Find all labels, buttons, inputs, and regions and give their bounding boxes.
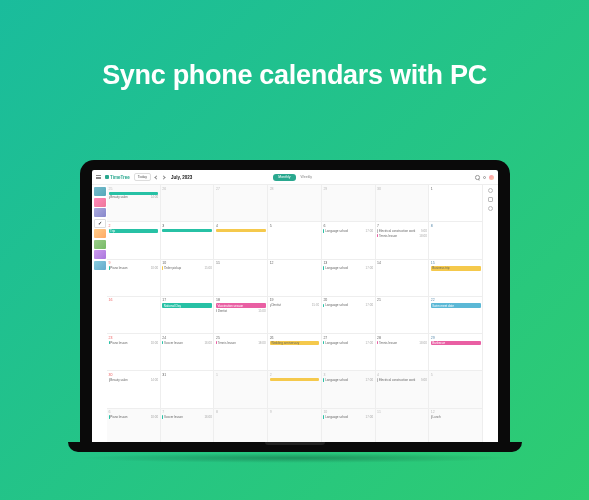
day-cell[interactable]: 25Tennis lesson18:00 bbox=[214, 334, 268, 370]
event-chip[interactable]: Business trip bbox=[431, 266, 481, 271]
day-cell[interactable]: 7Soccer lesson16:00 bbox=[161, 409, 215, 445]
day-cell[interactable]: 18Vaccination seasonDentist15:00 bbox=[214, 297, 268, 333]
event-chip[interactable] bbox=[216, 229, 266, 232]
event-chip[interactable]: Trip bbox=[109, 229, 159, 234]
day-cell[interactable]: 30Beauty salon14:00 bbox=[107, 371, 161, 407]
day-cell[interactable]: 26 bbox=[161, 185, 215, 221]
day-cell[interactable]: 27Language school17:00 bbox=[322, 334, 376, 370]
day-cell[interactable]: 23Piano lesson10:00 bbox=[107, 334, 161, 370]
day-cell[interactable]: 22Swim meet date bbox=[429, 297, 482, 333]
event-item[interactable]: Order pickup15:00 bbox=[162, 266, 212, 270]
day-cell[interactable]: 10Order pickup15:00 bbox=[161, 260, 215, 296]
day-cell[interactable]: 11 bbox=[376, 409, 430, 445]
event-item[interactable]: Language school17:00 bbox=[323, 378, 373, 382]
day-cell[interactable]: 30 bbox=[376, 185, 430, 221]
day-cell[interactable]: 12 bbox=[268, 260, 322, 296]
search-icon[interactable] bbox=[475, 175, 479, 179]
event-item[interactable]: Dentist15:00 bbox=[270, 303, 320, 307]
day-cell[interactable]: 12Lunch bbox=[429, 409, 482, 445]
logo[interactable]: TimeTree bbox=[105, 175, 130, 180]
day-cell[interactable]: 11 bbox=[214, 260, 268, 296]
day-cell[interactable]: 3 bbox=[161, 222, 215, 258]
next-month-icon[interactable] bbox=[161, 175, 165, 179]
memo-icon[interactable] bbox=[488, 197, 493, 202]
event-item[interactable]: Beauty salon14:00 bbox=[109, 378, 159, 382]
today-button[interactable]: Today bbox=[134, 173, 151, 181]
day-cell[interactable]: 25Beauty salon14:00 bbox=[107, 185, 161, 221]
event-chip[interactable] bbox=[109, 192, 159, 195]
view-monthly-button[interactable]: Monthly bbox=[273, 174, 295, 181]
event-item[interactable]: Tennis lesson18:00 bbox=[216, 341, 266, 345]
event-item[interactable]: Piano lesson10:00 bbox=[109, 415, 159, 419]
event-item[interactable]: Dentist15:00 bbox=[216, 309, 266, 313]
day-cell[interactable]: 2Trip bbox=[107, 222, 161, 258]
event-item[interactable]: Language school17:00 bbox=[323, 341, 373, 345]
day-cell[interactable]: 5 bbox=[268, 222, 322, 258]
menu-icon[interactable] bbox=[96, 175, 101, 180]
day-cell[interactable]: 4Electrical construction work9:00 bbox=[376, 371, 430, 407]
chat-icon[interactable] bbox=[488, 188, 493, 193]
event-item[interactable]: Soccer lesson16:00 bbox=[162, 415, 212, 419]
event-item[interactable]: Tennis lesson18:00 bbox=[377, 234, 427, 238]
view-weekly-button[interactable]: Weekly bbox=[296, 174, 317, 181]
event-chip[interactable]: Wedding anniversary bbox=[270, 341, 320, 346]
event-item[interactable]: Electrical construction work9:00 bbox=[377, 229, 427, 233]
event-item[interactable]: Tennis lesson18:00 bbox=[377, 341, 427, 345]
event-item[interactable]: Language school17:00 bbox=[323, 415, 373, 419]
event-chip[interactable]: Vaccination season bbox=[216, 303, 266, 308]
day-cell[interactable]: 28Tennis lesson18:00 bbox=[376, 334, 430, 370]
event-chip[interactable]: Swim meet date bbox=[431, 303, 481, 308]
day-cell[interactable]: 20Language school17:00 bbox=[322, 297, 376, 333]
event-item[interactable]: Piano lesson10:00 bbox=[109, 341, 159, 345]
calendar-thumb[interactable] bbox=[94, 229, 106, 238]
calendar-thumb[interactable] bbox=[94, 208, 106, 217]
day-cell[interactable]: 17National Day bbox=[161, 297, 215, 333]
event-item[interactable]: Lunch bbox=[431, 415, 481, 419]
prev-month-icon[interactable] bbox=[154, 175, 158, 179]
day-cell[interactable]: 6Language school17:00 bbox=[322, 222, 376, 258]
avatar[interactable] bbox=[489, 175, 494, 180]
settings-icon[interactable] bbox=[482, 175, 486, 179]
day-cell[interactable]: 3Language school17:00 bbox=[322, 371, 376, 407]
day-cell[interactable]: 1 bbox=[429, 185, 482, 221]
day-cell[interactable]: 21 bbox=[376, 297, 430, 333]
event-item[interactable]: Language school17:00 bbox=[323, 229, 373, 233]
event-item[interactable]: Piano lesson10:00 bbox=[109, 266, 159, 270]
event-chip[interactable]: National Day bbox=[162, 303, 212, 308]
day-cell[interactable]: 27 bbox=[214, 185, 268, 221]
day-cell[interactable]: 13Language school17:00 bbox=[322, 260, 376, 296]
event-chip[interactable] bbox=[162, 229, 212, 232]
day-cell[interactable]: 24Soccer lesson16:00 bbox=[161, 334, 215, 370]
calendar-thumb[interactable] bbox=[94, 261, 106, 270]
day-cell[interactable]: 6Piano lesson10:00 bbox=[107, 409, 161, 445]
print-icon[interactable] bbox=[488, 206, 493, 211]
day-cell[interactable]: 10Language school17:00 bbox=[322, 409, 376, 445]
calendar-thumb[interactable] bbox=[94, 240, 106, 249]
day-cell[interactable]: 9 bbox=[268, 409, 322, 445]
event-item[interactable]: Beauty salon14:00 bbox=[109, 195, 159, 199]
day-cell[interactable]: 7Electrical construction work9:00Tennis … bbox=[376, 222, 430, 258]
day-cell[interactable]: 2 bbox=[268, 371, 322, 407]
day-cell[interactable]: 1 bbox=[214, 371, 268, 407]
day-cell[interactable]: 15Business trip bbox=[429, 260, 482, 296]
calendar-thumb[interactable] bbox=[94, 198, 106, 207]
event-item[interactable]: Soccer lesson16:00 bbox=[162, 341, 212, 345]
event-item[interactable]: Language school17:00 bbox=[323, 266, 373, 270]
calendar-thumb-active[interactable] bbox=[94, 219, 106, 228]
day-cell[interactable]: 8 bbox=[214, 409, 268, 445]
event-item[interactable]: Language school17:00 bbox=[323, 303, 373, 307]
day-cell[interactable]: 9Piano lesson10:00 bbox=[107, 260, 161, 296]
day-cell[interactable]: 14 bbox=[376, 260, 430, 296]
day-cell[interactable]: 8 bbox=[429, 222, 482, 258]
day-cell[interactable]: 31 bbox=[161, 371, 215, 407]
day-cell[interactable]: 19Dentist15:00 bbox=[268, 297, 322, 333]
day-cell[interactable]: 5 bbox=[429, 371, 482, 407]
event-item[interactable]: Electrical construction work9:00 bbox=[377, 378, 427, 382]
day-cell[interactable]: 4 bbox=[214, 222, 268, 258]
event-chip[interactable]: Barbecue bbox=[431, 341, 481, 346]
day-cell[interactable]: 29 bbox=[322, 185, 376, 221]
day-cell[interactable]: 16 bbox=[107, 297, 161, 333]
calendar-thumb[interactable] bbox=[94, 250, 106, 259]
day-cell[interactable]: 28 bbox=[268, 185, 322, 221]
day-cell[interactable]: 26Wedding anniversary bbox=[268, 334, 322, 370]
